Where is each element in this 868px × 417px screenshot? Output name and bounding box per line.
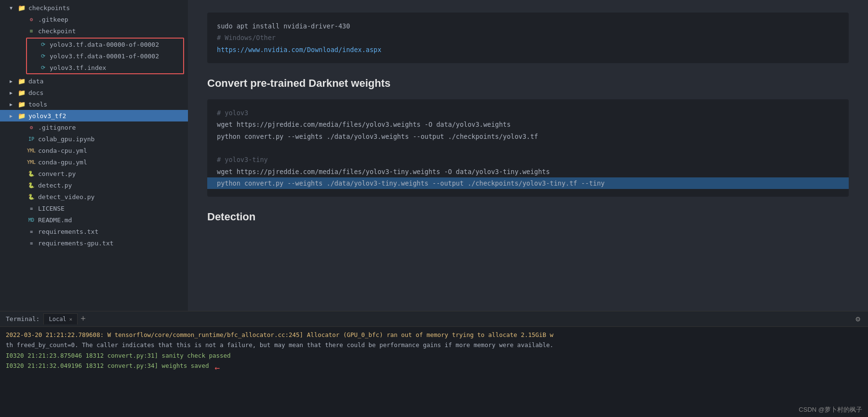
red-outline-box: ⟳ yolov3.tf.data-00000-of-00002 ⟳ yolov3…: [26, 38, 184, 74]
terminal-text-2: I0320 21:21:23.875046 18312 convert.py:3…: [6, 350, 231, 361]
file-label-yolov3-index: yolov3.tf.index: [50, 64, 106, 71]
file-icon-yaml1: YML: [27, 146, 36, 155]
file-label-readme: README.md: [38, 216, 72, 224]
section-heading-2: Detection: [207, 208, 849, 225]
file-icon-py1: 🐍: [27, 169, 36, 178]
sidebar-item-tools[interactable]: 📁 tools: [0, 98, 188, 110]
file-label-requirements: requirements.txt: [38, 228, 98, 235]
sidebar-item-yolov3-data-00001[interactable]: ⟳ yolov3.tf.data-00001-of-00002: [27, 50, 183, 62]
file-label-conda-gpu: conda-gpu.yml: [38, 159, 87, 166]
file-icon-py3: 🐍: [27, 192, 36, 201]
watermark-text: CSDN @萝卜村的枫子: [799, 405, 862, 414]
sidebar-item-conda-cpu[interactable]: YML conda-cpu.yml: [0, 145, 188, 156]
file-icon-md: MD: [27, 215, 36, 224]
code-line-1: wget https://pjreddie.com/media/files/yo…: [217, 119, 839, 130]
file-icon-tf3: ⟳: [39, 63, 47, 72]
code-line-2: python convert.py --weights ./data/yolov…: [217, 131, 839, 142]
terminal-tab-bar: Terminal: Local × + ⚙: [0, 311, 868, 327]
file-icon-tf2: ⟳: [39, 52, 47, 60]
file-label-yolov3-00000: yolov3.tf.data-00000-of-00002: [50, 41, 159, 48]
folder-label-tools: tools: [28, 101, 47, 108]
folder-label-checkpoints: checkpoints: [28, 4, 70, 12]
terminal-output: 2022-03-20 21:21:22.789608: W tensorflow…: [0, 327, 868, 417]
terminal-label: Terminal:: [4, 315, 41, 323]
folder-icon-tools: 📁: [17, 100, 26, 108]
sidebar-item-yolov3-index[interactable]: ⟳ yolov3.tf.index: [27, 62, 183, 73]
file-label-conda-cpu: conda-cpu.yml: [38, 147, 87, 154]
red-arrow-annotation: ←: [214, 361, 220, 376]
pre-code-line-0: sudo apt install nvidia-driver-430: [217, 20, 839, 32]
file-label-requirements-gpu: requirements-gpu.txt: [38, 240, 114, 247]
sidebar-item-colab-gpu[interactable]: IP colab_gpu.ipynb: [0, 133, 188, 145]
terminal-tab-close[interactable]: ×: [69, 316, 73, 323]
file-icon-checkpoint: ≡: [27, 27, 36, 35]
folder-arrow-docs: [10, 90, 17, 95]
sidebar-item-docs[interactable]: 📁 docs: [0, 87, 188, 98]
code-line-4: # yolov3-tiny: [217, 154, 839, 165]
file-icon-ipynb: IP: [27, 135, 36, 143]
folder-label-docs: docs: [28, 89, 43, 96]
file-label-gitkeep: .gitkeep: [38, 16, 68, 23]
sidebar-item-yolov3-tf2[interactable]: 📁 yolov3_tf2: [0, 110, 188, 121]
terminal-add-button[interactable]: +: [78, 314, 89, 324]
terminal-text-0: 2022-03-20 21:21:22.789608: W tensorflow…: [6, 330, 553, 340]
file-icon-yaml2: YML: [27, 158, 36, 166]
section-heading-1: Convert pre-trained Darknet weights: [207, 75, 849, 92]
terminal-line-0: 2022-03-20 21:21:22.789608: W tensorflow…: [6, 330, 862, 340]
code-line-3: [217, 142, 839, 154]
pre-code-block: sudo apt install nvidia-driver-430 # Win…: [207, 13, 849, 63]
folder-icon-checkpoints: 📁: [17, 3, 26, 12]
sidebar-item-readme[interactable]: MD README.md: [0, 214, 188, 226]
sidebar-item-detect-video[interactable]: 🐍 detect_video.py: [0, 191, 188, 202]
folder-arrow-data: [10, 79, 17, 84]
file-icon-tf1: ⟳: [39, 40, 47, 49]
terminal-panel: Terminal: Local × + ⚙ 2022-03-20 21:21:2…: [0, 311, 868, 417]
sidebar-item-yolov3-data-00000[interactable]: ⟳ yolov3.tf.data-00000-of-00002: [27, 39, 183, 50]
file-label-license: LICENSE: [38, 205, 65, 212]
file-label-detect-video: detect_video.py: [38, 193, 94, 201]
pre-code-line-2: https://www.nvidia.com/Download/index.as…: [217, 44, 839, 55]
file-label-detect-py: detect.py: [38, 182, 72, 189]
sidebar-item-convert-py[interactable]: 🐍 convert.py: [0, 168, 188, 179]
folder-arrow-yolov3-tf2: [10, 113, 17, 119]
terminal-line-2: I0320 21:21:23.875046 18312 convert.py:3…: [6, 350, 862, 361]
pre-code-line-1: # Windows/Other: [217, 32, 839, 43]
sidebar-item-gitkeep[interactable]: ⚙ .gitkeep: [0, 13, 188, 25]
terminal-line-3: I0320 21:21:32.049196 18312 convert.py:3…: [6, 361, 862, 376]
main-editor-content: sudo apt install nvidia-driver-430 # Win…: [188, 0, 868, 311]
sidebar-item-data[interactable]: 📁 data: [0, 75, 188, 87]
file-label-convert-py: convert.py: [38, 170, 76, 177]
file-label-checkpoint: checkpoint: [38, 27, 76, 35]
file-explorer-sidebar[interactable]: 📁 checkpoints ⚙ .gitkeep ≡ checkpoint ⟳ …: [0, 0, 188, 311]
sidebar-item-detect-py[interactable]: 🐍 detect.py: [0, 179, 188, 191]
folder-arrow-checkpoints: [10, 5, 17, 11]
file-icon-gitkeep: ⚙: [27, 15, 36, 24]
file-icon-gitignore: ⚙: [27, 123, 36, 132]
sidebar-item-gitignore[interactable]: ⚙ .gitignore: [0, 121, 188, 133]
terminal-tab-name: Local: [49, 316, 66, 323]
sidebar-item-requirements[interactable]: ≡ requirements.txt: [0, 226, 188, 237]
file-icon-license: ≡: [27, 204, 36, 213]
file-icon-py2: 🐍: [27, 181, 36, 189]
code-line-6-highlighted[interactable]: python convert.py --weights ./data/yolov…: [207, 177, 849, 189]
terminal-settings-icon[interactable]: ⚙: [852, 314, 864, 323]
sidebar-item-checkpoints[interactable]: 📁 checkpoints: [0, 2, 188, 13]
folder-icon-data: 📁: [17, 77, 26, 85]
file-label-gitignore: .gitignore: [38, 124, 76, 131]
code-block-1: # yolov3 wget https://pjreddie.com/media…: [207, 99, 849, 197]
terminal-text-3: I0320 21:21:32.049196 18312 convert.py:3…: [6, 361, 209, 371]
code-line-5: wget https://pjreddie.com/media/files/yo…: [217, 166, 839, 177]
file-icon-txt2: ≡: [27, 239, 36, 247]
folder-label-yolov3-tf2: yolov3_tf2: [28, 112, 66, 120]
sidebar-item-license[interactable]: ≡ LICENSE: [0, 202, 188, 214]
file-label-colab-gpu: colab_gpu.ipynb: [38, 135, 94, 143]
folder-icon-docs: 📁: [17, 88, 26, 97]
terminal-tab-local[interactable]: Local ×: [43, 313, 78, 324]
code-line-0: # yolov3: [217, 107, 839, 119]
sidebar-item-requirements-gpu[interactable]: ≡ requirements-gpu.txt: [0, 237, 188, 249]
terminal-text-1: th freed_by_count=0. The caller indicate…: [6, 340, 553, 350]
folder-arrow-tools: [10, 102, 17, 107]
sidebar-item-checkpoint[interactable]: ≡ checkpoint: [0, 25, 188, 37]
sidebar-item-conda-gpu[interactable]: YML conda-gpu.yml: [0, 156, 188, 168]
file-icon-txt1: ≡: [27, 227, 36, 236]
